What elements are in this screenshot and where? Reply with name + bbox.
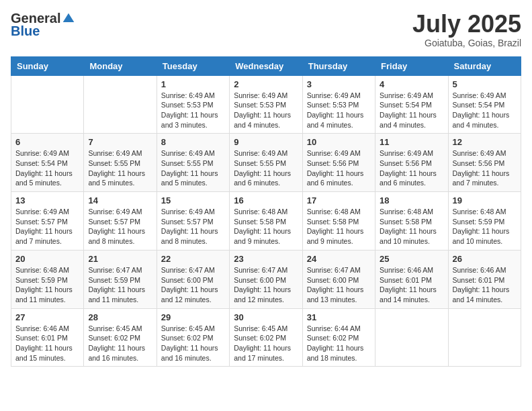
calendar-week-1: 1 Sunrise: 6:49 AM Sunset: 5:53 PM Dayli…	[11, 75, 521, 134]
calendar-cell	[375, 308, 448, 367]
calendar-cell: 24 Sunrise: 6:47 AM Sunset: 6:00 PM Dayl…	[302, 250, 375, 308]
day-info: Sunrise: 6:48 AM Sunset: 5:58 PM Dayligh…	[234, 207, 298, 246]
month-title: July 2025	[412, 11, 521, 38]
day-number: 20	[15, 254, 79, 264]
calendar-week-5: 27 Sunrise: 6:46 AM Sunset: 6:01 PM Dayl…	[11, 308, 521, 367]
day-info: Sunrise: 6:49 AM Sunset: 5:55 PM Dayligh…	[161, 148, 225, 188]
calendar-cell: 27 Sunrise: 6:46 AM Sunset: 6:01 PM Dayl…	[11, 308, 84, 367]
calendar-cell: 3 Sunrise: 6:49 AM Sunset: 5:53 PM Dayli…	[302, 75, 375, 134]
calendar-cell: 17 Sunrise: 6:48 AM Sunset: 5:58 PM Dayl…	[302, 192, 375, 250]
day-info: Sunrise: 6:44 AM Sunset: 6:02 PM Dayligh…	[307, 324, 371, 363]
day-number: 21	[88, 254, 152, 264]
calendar-cell: 10 Sunrise: 6:49 AM Sunset: 5:56 PM Dayl…	[302, 134, 375, 192]
daylight-label: Daylight: 11 hours and 15 minutes.	[15, 344, 73, 362]
sunset-label: Sunset: 6:01 PM	[380, 276, 432, 284]
daylight-label: Daylight: 11 hours and 6 minutes.	[380, 169, 437, 187]
daylight-label: Daylight: 11 hours and 12 minutes.	[161, 285, 218, 304]
sunrise-label: Sunrise: 6:47 AM	[161, 266, 215, 274]
calendar-table: SundayMondayTuesdayWednesdayThursdayFrid…	[11, 56, 521, 367]
daylight-label: Daylight: 11 hours and 8 minutes.	[88, 227, 145, 245]
day-number: 26	[453, 254, 517, 264]
sunset-label: Sunset: 5:58 PM	[234, 218, 286, 226]
day-number: 12	[453, 137, 517, 147]
day-info: Sunrise: 6:46 AM Sunset: 6:01 PM Dayligh…	[453, 265, 517, 305]
sunrise-label: Sunrise: 6:47 AM	[307, 266, 361, 274]
daylight-label: Daylight: 11 hours and 6 minutes.	[307, 169, 364, 187]
daylight-label: Daylight: 11 hours and 14 minutes.	[380, 285, 437, 304]
sunset-label: Sunset: 6:00 PM	[307, 276, 359, 284]
page-header: General Blue July 2025 Goiatuba, Goias, …	[11, 11, 521, 48]
day-info: Sunrise: 6:45 AM Sunset: 6:02 PM Dayligh…	[161, 324, 225, 363]
sunset-label: Sunset: 5:56 PM	[307, 159, 359, 167]
sunset-label: Sunset: 6:02 PM	[88, 334, 140, 342]
daylight-label: Daylight: 11 hours and 11 minutes.	[88, 285, 145, 304]
day-info: Sunrise: 6:46 AM Sunset: 6:01 PM Dayligh…	[15, 324, 79, 363]
calendar-cell	[448, 308, 521, 367]
sunrise-label: Sunrise: 6:46 AM	[380, 266, 433, 274]
daylight-label: Daylight: 11 hours and 6 minutes.	[234, 169, 291, 187]
sunset-label: Sunset: 5:55 PM	[88, 159, 140, 167]
sunrise-label: Sunrise: 6:49 AM	[380, 91, 433, 99]
calendar-week-3: 13 Sunrise: 6:49 AM Sunset: 5:57 PM Dayl…	[11, 192, 521, 250]
daylight-label: Daylight: 11 hours and 18 minutes.	[307, 344, 364, 362]
weekday-header-friday: Friday	[375, 56, 448, 75]
day-number: 30	[234, 312, 298, 322]
calendar-cell: 16 Sunrise: 6:48 AM Sunset: 5:58 PM Dayl…	[230, 192, 302, 250]
day-number: 1	[161, 79, 225, 89]
sunrise-label: Sunrise: 6:48 AM	[234, 208, 287, 216]
day-number: 8	[161, 137, 225, 147]
sunset-label: Sunset: 5:57 PM	[161, 218, 214, 226]
day-number: 6	[15, 137, 79, 147]
day-info: Sunrise: 6:48 AM Sunset: 5:58 PM Dayligh…	[380, 207, 443, 246]
day-number: 15	[161, 195, 225, 205]
calendar-cell: 8 Sunrise: 6:49 AM Sunset: 5:55 PM Dayli…	[157, 134, 229, 192]
daylight-label: Daylight: 11 hours and 9 minutes.	[307, 227, 364, 245]
sunset-label: Sunset: 5:59 PM	[15, 276, 68, 284]
day-info: Sunrise: 6:49 AM Sunset: 5:57 PM Dayligh…	[15, 207, 79, 246]
calendar-cell: 31 Sunrise: 6:44 AM Sunset: 6:02 PM Dayl…	[302, 308, 375, 367]
day-number: 3	[307, 79, 371, 89]
sunset-label: Sunset: 5:59 PM	[88, 276, 140, 284]
daylight-label: Daylight: 11 hours and 5 minutes.	[161, 169, 218, 187]
sunrise-label: Sunrise: 6:49 AM	[307, 149, 361, 157]
day-info: Sunrise: 6:48 AM Sunset: 5:59 PM Dayligh…	[15, 265, 79, 305]
sunset-label: Sunset: 5:54 PM	[380, 101, 432, 109]
sunset-label: Sunset: 5:53 PM	[307, 101, 359, 109]
sunrise-label: Sunrise: 6:47 AM	[234, 266, 287, 274]
day-info: Sunrise: 6:49 AM Sunset: 5:56 PM Dayligh…	[453, 148, 517, 188]
daylight-label: Daylight: 11 hours and 8 minutes.	[161, 227, 218, 245]
sunset-label: Sunset: 6:02 PM	[161, 334, 214, 342]
daylight-label: Daylight: 11 hours and 5 minutes.	[15, 169, 73, 187]
daylight-label: Daylight: 11 hours and 16 minutes.	[161, 344, 218, 362]
day-info: Sunrise: 6:48 AM Sunset: 5:58 PM Dayligh…	[307, 207, 371, 246]
sunrise-label: Sunrise: 6:49 AM	[15, 149, 69, 157]
sunrise-label: Sunrise: 6:49 AM	[380, 149, 433, 157]
calendar-cell: 19 Sunrise: 6:48 AM Sunset: 5:59 PM Dayl…	[448, 192, 521, 250]
daylight-label: Daylight: 11 hours and 7 minutes.	[453, 169, 510, 187]
weekday-header-wednesday: Wednesday	[230, 56, 302, 75]
daylight-label: Daylight: 11 hours and 9 minutes.	[234, 227, 291, 245]
logo-blue-text: Blue	[11, 24, 40, 39]
day-number: 19	[453, 195, 517, 205]
sunrise-label: Sunrise: 6:49 AM	[161, 91, 215, 99]
sunrise-label: Sunrise: 6:48 AM	[453, 208, 506, 216]
sunset-label: Sunset: 5:53 PM	[234, 101, 286, 109]
sunset-label: Sunset: 5:58 PM	[307, 218, 359, 226]
day-number: 5	[453, 79, 517, 89]
sunrise-label: Sunrise: 6:48 AM	[15, 266, 69, 274]
sunrise-label: Sunrise: 6:49 AM	[161, 208, 215, 216]
day-info: Sunrise: 6:45 AM Sunset: 6:02 PM Dayligh…	[88, 324, 152, 363]
sunrise-label: Sunrise: 6:49 AM	[453, 91, 506, 99]
calendar-cell: 28 Sunrise: 6:45 AM Sunset: 6:02 PM Dayl…	[84, 308, 157, 367]
day-number: 2	[234, 79, 298, 89]
weekday-header-tuesday: Tuesday	[157, 56, 229, 75]
calendar-cell: 22 Sunrise: 6:47 AM Sunset: 6:00 PM Dayl…	[157, 250, 229, 308]
daylight-label: Daylight: 11 hours and 10 minutes.	[453, 227, 510, 245]
day-number: 4	[380, 79, 443, 89]
day-info: Sunrise: 6:46 AM Sunset: 6:01 PM Dayligh…	[380, 265, 443, 305]
daylight-label: Daylight: 11 hours and 13 minutes.	[307, 285, 364, 304]
calendar-cell	[11, 75, 84, 134]
day-info: Sunrise: 6:49 AM Sunset: 5:54 PM Dayligh…	[15, 148, 79, 188]
calendar-cell	[84, 75, 157, 134]
daylight-label: Daylight: 11 hours and 4 minutes.	[307, 111, 364, 129]
